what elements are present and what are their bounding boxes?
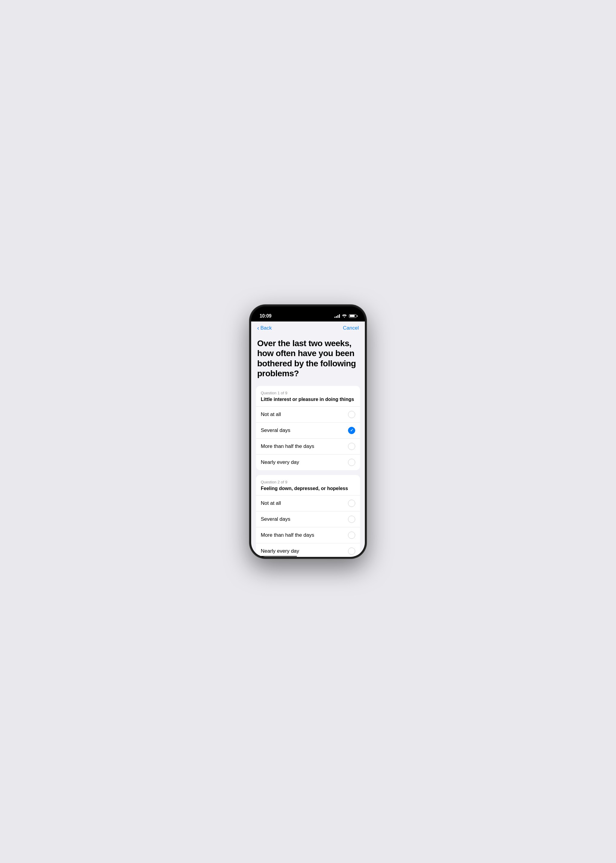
answer-label: Several days xyxy=(261,516,290,522)
answer-label: Nearly every day xyxy=(261,548,299,554)
radio-circle[interactable] xyxy=(348,516,355,523)
answer-q1-option-2[interactable]: Several days xyxy=(256,423,360,439)
answer-label: Not at all xyxy=(261,411,281,417)
signal-icon xyxy=(335,314,340,318)
dynamic-island xyxy=(290,310,326,320)
question-header-2: Question 2 of 9 Feeling down, depressed,… xyxy=(256,475,360,496)
answer-q2-option-3[interactable]: More than half the days xyxy=(256,528,360,543)
answer-label: Not at all xyxy=(261,500,281,506)
status-bar: 10:09 xyxy=(251,306,365,321)
answer-label: More than half the days xyxy=(261,443,314,449)
app-content[interactable]: ‹ Back Cancel Over the last two weeks, h… xyxy=(251,321,365,557)
battery-icon xyxy=(349,314,357,318)
cancel-button[interactable]: Cancel xyxy=(343,325,359,331)
back-label: Back xyxy=(261,325,272,331)
answer-q1-option-3[interactable]: More than half the days xyxy=(256,439,360,455)
radio-circle[interactable] xyxy=(348,411,355,418)
nav-bar: ‹ Back Cancel xyxy=(251,321,365,334)
answer-label: Several days xyxy=(261,427,290,433)
question-card-2: Question 2 of 9 Feeling down, depressed,… xyxy=(256,475,360,557)
phone-screen: 10:09 xyxy=(251,306,365,557)
question-number-1: Question 1 of 9 xyxy=(261,391,355,395)
radio-circle-selected[interactable] xyxy=(348,427,355,434)
page-title: Over the last two weeks, how often have … xyxy=(257,339,359,379)
question-text-1: Little interest or pleasure in doing thi… xyxy=(261,397,355,403)
question-text-2: Feeling down, depressed, or hopeless xyxy=(261,485,355,492)
chevron-left-icon: ‹ xyxy=(257,325,259,331)
answer-label: Nearly every day xyxy=(261,459,299,465)
status-time: 10:09 xyxy=(259,313,271,319)
question-card-1: Question 1 of 9 Little interest or pleas… xyxy=(256,386,360,470)
radio-circle[interactable] xyxy=(348,443,355,450)
answer-q2-option-2[interactable]: Several days xyxy=(256,512,360,528)
answer-q1-option-4[interactable]: Nearly every day xyxy=(256,455,360,470)
page-title-section: Over the last two weeks, how often have … xyxy=(251,334,365,386)
status-icons xyxy=(335,313,357,318)
wifi-icon xyxy=(342,313,347,318)
answer-q2-option-4[interactable]: Nearly every day xyxy=(256,543,360,557)
radio-circle[interactable] xyxy=(348,459,355,466)
answer-q2-option-1[interactable]: Not at all xyxy=(256,496,360,512)
radio-circle[interactable] xyxy=(348,548,355,555)
question-header-1: Question 1 of 9 Little interest or pleas… xyxy=(256,386,360,407)
radio-circle[interactable] xyxy=(348,532,355,539)
radio-circle[interactable] xyxy=(348,500,355,507)
question-number-2: Question 2 of 9 xyxy=(261,480,355,484)
answer-label: More than half the days xyxy=(261,532,314,538)
answer-q1-option-1[interactable]: Not at all xyxy=(256,407,360,423)
back-button[interactable]: ‹ Back xyxy=(257,325,272,331)
phone-device: 10:09 xyxy=(249,305,367,559)
